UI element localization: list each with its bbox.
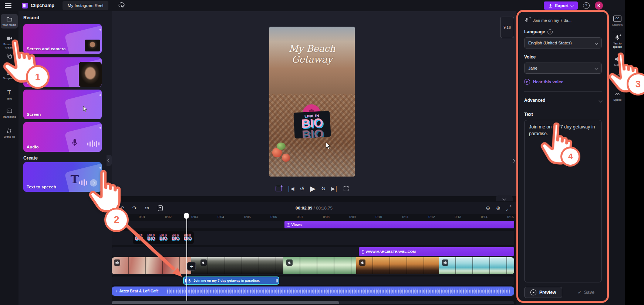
sidebar-item-label: Brand kit bbox=[4, 135, 15, 138]
tts-header-label: Join me on my 7 da... bbox=[533, 18, 571, 23]
clipchamp-editor: Clipchamp My Instagram Reel Export ? K Y… bbox=[0, 0, 644, 305]
track-text-1: T Views bbox=[112, 221, 514, 228]
record-card-screen[interactable]: Screen bbox=[23, 90, 102, 119]
speaker-icon[interactable] bbox=[200, 259, 207, 266]
zoom-in-button[interactable]: ⊕ bbox=[496, 205, 500, 211]
speaker-icon[interactable] bbox=[442, 259, 448, 266]
language-select[interactable]: English (United States) bbox=[524, 37, 602, 48]
sidebar-item-your-media[interactable]: Your media bbox=[1, 14, 18, 29]
rail-item-label: Text to speech bbox=[611, 42, 624, 49]
rail-item-label: Speed bbox=[613, 98, 621, 101]
sidebar-item-templates[interactable]: Templates bbox=[1, 67, 18, 82]
aspect-ratio-badge[interactable]: 9:16 bbox=[500, 17, 514, 38]
project-title-input[interactable]: My Instagram Reel bbox=[63, 1, 109, 10]
voice-select[interactable]: Jane bbox=[524, 63, 602, 74]
export-button[interactable]: Export bbox=[544, 1, 578, 10]
waveform-graphic bbox=[79, 179, 87, 186]
record-card-audio[interactable]: Audio bbox=[23, 122, 102, 152]
rail-item-text-to-speech[interactable]: Text to speech bbox=[610, 35, 625, 49]
timeline-collapse-button[interactable] bbox=[496, 195, 513, 201]
ai-edit-button[interactable] bbox=[276, 186, 282, 191]
fullscreen-button[interactable] bbox=[344, 186, 348, 191]
rail-item-label: Fade bbox=[614, 80, 620, 84]
folder-icon bbox=[6, 16, 13, 22]
rail-item-fade[interactable]: Fade bbox=[610, 73, 625, 84]
link-in-bio-sticker[interactable]: LINK IN BIO BIO bbox=[293, 111, 331, 138]
sticker-clip[interactable]: LINK INBIO LINK INBIO LINK INBIO LINK IN… bbox=[133, 231, 194, 244]
video-clip-palms-green[interactable] bbox=[283, 257, 356, 274]
rewind-5s-button[interactable]: ↺5 bbox=[300, 185, 305, 192]
create-card-text-to-speech[interactable]: T Text to speech bbox=[23, 162, 102, 192]
record-card-screen-and-camera[interactable]: Screen and camera bbox=[23, 24, 102, 54]
skip-to-start-button[interactable]: │◀ bbox=[287, 186, 294, 191]
play-button[interactable]: ▶ bbox=[310, 184, 316, 193]
speaker-icon[interactable] bbox=[114, 259, 120, 266]
sidebar-item-label: Record & create bbox=[1, 43, 18, 49]
info-icon[interactable]: i bbox=[547, 29, 553, 34]
timeline-toolbar: ↶ ↷ ✂ 00:02.89 / 00:18.75 ⊖ ⊕ ↗↙ bbox=[112, 202, 516, 214]
top-bar-right: Export ? K bbox=[544, 1, 603, 10]
forward-5s-button[interactable]: ↻5 bbox=[321, 185, 326, 192]
text-clip-views[interactable]: T Views bbox=[284, 221, 514, 228]
video-clip-picnic[interactable] bbox=[112, 257, 191, 274]
open-text-to-speech-button[interactable] bbox=[90, 179, 97, 187]
speaker-icon[interactable] bbox=[286, 259, 293, 266]
advanced-label: Advanced bbox=[524, 98, 545, 103]
sidebar-item-content-library[interactable] bbox=[1, 51, 18, 62]
playhead-handle[interactable] bbox=[184, 213, 189, 218]
timeline-ruler[interactable]: 0:01 0:02 0:03 0:04 0:05 0:06 0:07 0:08 … bbox=[112, 214, 516, 221]
create-heading: Create bbox=[23, 155, 38, 161]
annotation-step-3: 3 bbox=[627, 73, 644, 95]
audio-clip[interactable]: ♪ Jazzy Beat & Lofi Café bbox=[112, 286, 514, 296]
ruler-tick: 0:15 bbox=[507, 215, 514, 219]
record-card-camera[interactable]: Camera bbox=[23, 57, 102, 87]
video-clip-sunset[interactable] bbox=[356, 257, 439, 274]
advanced-accordion[interactable]: Advanced bbox=[524, 98, 602, 103]
fit-timeline-button[interactable]: ↗↙ bbox=[506, 206, 511, 211]
property-rail: CC Captions Text to speech Audio Fade Sp… bbox=[610, 11, 625, 305]
hear-voice-label: Hear this voice bbox=[533, 80, 563, 84]
language-label: Language bbox=[524, 29, 545, 34]
tts-text-input[interactable]: Join me on my 7 day getaway in paradise. bbox=[524, 120, 602, 282]
cloud-sync-icon[interactable] bbox=[118, 2, 125, 10]
rail-item-audio[interactable]: Audio bbox=[610, 56, 625, 67]
main-menu-button[interactable] bbox=[5, 3, 11, 8]
skip-to-end-button[interactable]: ▶│ bbox=[331, 186, 338, 191]
sidebar-item-text[interactable]: T Text bbox=[1, 87, 18, 102]
text-label-row: Text bbox=[524, 112, 602, 117]
video-preview[interactable]: My Beach Getaway LINK IN BIO BIO bbox=[269, 27, 355, 177]
text-to-speech-panel: Join me on my 7 da... Language i English… bbox=[519, 12, 607, 302]
timeline-scrollbar-thumb[interactable] bbox=[112, 301, 339, 304]
video-clip-beach[interactable] bbox=[439, 257, 514, 274]
text-clip-label: Views bbox=[291, 223, 302, 227]
transition-icon[interactable]: ◀▶ bbox=[187, 262, 196, 271]
ruler-tick: 0:04 bbox=[218, 215, 224, 219]
rail-item-speed[interactable]: Speed bbox=[610, 91, 625, 101]
tablet-graphic bbox=[64, 90, 102, 119]
trim-handle-right[interactable] bbox=[275, 278, 278, 283]
speaker-icon[interactable] bbox=[359, 259, 365, 266]
help-button[interactable]: ? bbox=[583, 2, 590, 9]
language-value: English (United States) bbox=[528, 41, 572, 45]
tablet-graphic bbox=[64, 123, 102, 152]
text-clip-margiestravel[interactable]: T WWW.MARGIESTRAVEL.COM bbox=[359, 247, 514, 256]
video-title-overlay[interactable]: My Beach Getaway bbox=[269, 44, 355, 65]
sticker-body: LINK IN BIO BIO bbox=[293, 111, 331, 138]
preview-button[interactable]: Preview bbox=[524, 287, 562, 298]
rail-item-captions[interactable]: CC Captions bbox=[610, 16, 625, 26]
avatar[interactable]: K bbox=[595, 1, 603, 10]
sidebar-item-brand-kit[interactable]: Brand kit bbox=[1, 126, 18, 140]
content-library-icon bbox=[6, 53, 13, 59]
sidebar-item-record-create[interactable]: Record & create bbox=[1, 33, 18, 51]
hear-this-voice-button[interactable]: Hear this voice bbox=[524, 79, 602, 85]
ruler-tick: 0:10 bbox=[375, 215, 382, 219]
collapse-panel-button[interactable] bbox=[107, 155, 112, 166]
card-label: Text to speech bbox=[27, 185, 56, 189]
zoom-out-button[interactable]: ⊖ bbox=[486, 205, 490, 211]
save-button[interactable]: ✓ Save bbox=[576, 289, 597, 295]
export-chevron-icon bbox=[570, 4, 574, 7]
sidebar-item-transitions[interactable]: Transitions bbox=[1, 106, 18, 120]
timeline-scrollbar bbox=[112, 301, 514, 304]
expand-panel-button[interactable] bbox=[512, 157, 515, 164]
speech-clip-selected[interactable]: Join me on my 7 day getaway in paradise. bbox=[183, 276, 279, 285]
